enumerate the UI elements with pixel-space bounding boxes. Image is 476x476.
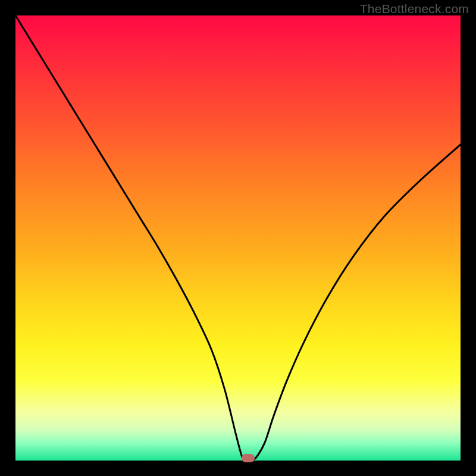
optimal-point-marker bbox=[242, 454, 255, 462]
chart-frame: TheBottleneck.com bbox=[0, 0, 476, 476]
plot-area bbox=[15, 15, 461, 461]
bottleneck-curve bbox=[15, 15, 461, 460]
watermark-text: TheBottleneck.com bbox=[360, 2, 469, 16]
curve-svg bbox=[15, 15, 461, 461]
